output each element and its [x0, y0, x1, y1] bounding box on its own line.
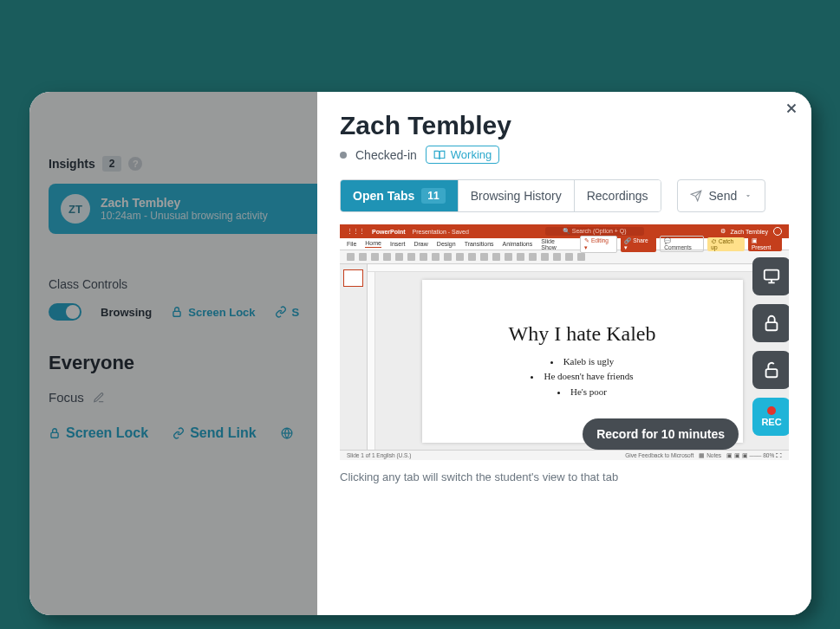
slide-title: Why I hate Kaleb: [509, 322, 656, 346]
svg-rect-5: [766, 369, 778, 377]
paper-plane-icon: [690, 190, 702, 202]
slide-bullet: Kaleb is ugly: [531, 354, 633, 370]
pp-slide-thumbnails: [340, 264, 368, 450]
pp-user-name: Zach Tembley: [731, 229, 768, 235]
app-window: Insights 2 ? ZT Zach Tembley 10:24am - U…: [29, 92, 811, 615]
book-icon: [433, 149, 446, 161]
link-icon: [173, 427, 185, 439]
pp-waffle-icon: ⋮⋮⋮: [347, 228, 365, 235]
insight-subtitle: 10:24am - Unusual browsing activity: [101, 210, 268, 222]
help-icon[interactable]: ?: [128, 157, 142, 171]
pp-search: 🔍 Search (Option + Q): [545, 227, 644, 236]
globe-action[interactable]: [281, 425, 293, 441]
screen-lock-link[interactable]: Screen Lock: [171, 306, 255, 319]
floating-tools: REC: [752, 257, 789, 436]
view-screen-button[interactable]: [752, 257, 789, 295]
panel-hint-text: Clicking any tab will switch the student…: [340, 470, 789, 483]
svg-rect-1: [51, 432, 58, 438]
record-button[interactable]: REC: [752, 398, 789, 436]
slide-bullet: He's poor: [531, 385, 633, 400]
pp-doc-status: Presentation - Saved: [413, 229, 469, 235]
avatar: ZT: [61, 194, 90, 224]
svg-rect-3: [765, 270, 779, 280]
slide-bullet: He doesn't have friends: [531, 369, 633, 385]
link-icon: [275, 306, 287, 318]
browsing-label: Browsing: [101, 306, 152, 319]
svg-rect-4: [766, 322, 778, 330]
pp-settings-icon: ⚙: [720, 228, 726, 235]
pencil-icon[interactable]: [93, 392, 105, 404]
record-tooltip: Record for 10 minutes: [583, 418, 739, 450]
lock-icon: [171, 306, 183, 318]
insights-label: Insights: [49, 157, 95, 171]
send-link-control[interactable]: S: [275, 306, 300, 319]
lock-icon: [762, 314, 781, 333]
record-dot-icon: [767, 406, 776, 415]
unlock-screen-button[interactable]: [752, 351, 789, 389]
tab-recordings[interactable]: Recordings: [575, 180, 661, 211]
send-button[interactable]: Send: [677, 179, 766, 212]
close-button[interactable]: [784, 101, 799, 116]
send-link-action[interactable]: Send Link: [173, 425, 256, 441]
unlock-icon: [762, 360, 781, 379]
insight-card[interactable]: ZT Zach Tembley 10:24am - Unusual browsi…: [49, 184, 326, 234]
status-dot-icon: [340, 152, 347, 159]
pp-user-avatar-icon: [773, 227, 782, 236]
monitor-icon: [762, 267, 781, 286]
svg-rect-0: [173, 311, 180, 316]
pp-app-name: PowerPoint: [372, 229, 406, 235]
checked-in-label: Checked-in: [355, 148, 417, 162]
pp-thumbnail-1: [343, 269, 363, 287]
screen-lock-action[interactable]: Screen Lock: [49, 425, 148, 441]
open-tabs-count: 11: [421, 188, 445, 204]
student-detail-panel: Zach Tembley Checked-in Working Open Tab…: [317, 92, 811, 615]
browsing-toggle[interactable]: [49, 303, 81, 321]
insight-name: Zach Tembley: [101, 196, 268, 210]
lock-icon: [49, 427, 61, 439]
tab-browsing-history[interactable]: Browsing History: [459, 180, 575, 211]
student-screen-preview[interactable]: ⋮⋮⋮ PowerPoint Presentation - Saved 🔍 Se…: [340, 224, 789, 460]
chevron-down-icon: [744, 191, 752, 200]
pp-ribbon-tabs: File Home Insert Draw Design Transitions…: [340, 238, 789, 250]
globe-icon: [281, 427, 293, 439]
tab-open-tabs[interactable]: Open Tabs 11: [341, 180, 459, 211]
focus-label: Focus: [49, 390, 84, 405]
insights-count-badge: 2: [102, 156, 122, 172]
lock-screen-button[interactable]: [752, 304, 789, 342]
close-icon: [784, 101, 799, 116]
student-name: Zach Tembley: [340, 111, 789, 140]
tab-group: Open Tabs 11 Browsing History Recordings: [340, 179, 661, 212]
pp-status-bar: Slide 1 of 1 English (U.S.) Give Feedbac…: [340, 450, 789, 460]
working-badge: Working: [426, 146, 499, 164]
